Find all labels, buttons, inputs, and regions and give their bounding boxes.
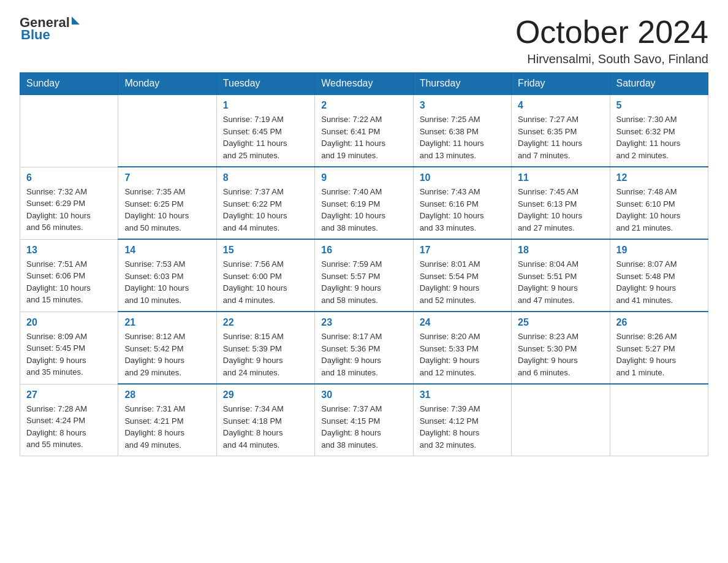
calendar-cell: 30Sunrise: 7:37 AM Sunset: 4:15 PM Dayli…	[315, 384, 413, 456]
location-subtitle: Hirvensalmi, South Savo, Finland	[515, 52, 708, 66]
day-number: 22	[223, 317, 308, 328]
logo: General Blue	[20, 15, 80, 43]
calendar-week-row: 20Sunrise: 8:09 AM Sunset: 5:45 PM Dayli…	[20, 312, 708, 384]
day-number: 6	[26, 172, 112, 183]
calendar-cell: 4Sunrise: 7:27 AM Sunset: 6:35 PM Daylig…	[512, 94, 610, 167]
day-number: 3	[420, 100, 505, 111]
calendar-week-row: 6Sunrise: 7:32 AM Sunset: 6:29 PM Daylig…	[20, 167, 708, 239]
day-number: 9	[321, 172, 406, 183]
calendar-header-row: SundayMondayTuesdayWednesdayThursdayFrid…	[20, 73, 708, 95]
calendar-header-saturday: Saturday	[610, 73, 708, 95]
day-number: 19	[616, 245, 702, 256]
calendar-cell: 21Sunrise: 8:12 AM Sunset: 5:42 PM Dayli…	[118, 312, 216, 384]
day-number: 15	[223, 245, 308, 256]
day-number: 10	[420, 172, 505, 183]
day-info: Sunrise: 8:17 AM Sunset: 5:36 PM Dayligh…	[321, 331, 406, 378]
calendar-cell: 7Sunrise: 7:35 AM Sunset: 6:25 PM Daylig…	[118, 167, 216, 239]
day-info: Sunrise: 7:40 AM Sunset: 6:19 PM Dayligh…	[321, 186, 406, 234]
calendar-cell: 1Sunrise: 7:19 AM Sunset: 6:45 PM Daylig…	[216, 94, 314, 167]
calendar-cell	[512, 384, 610, 456]
calendar-cell: 26Sunrise: 8:26 AM Sunset: 5:27 PM Dayli…	[610, 312, 708, 384]
logo-triangle-icon	[72, 17, 80, 25]
day-number: 18	[518, 245, 603, 256]
day-number: 16	[321, 245, 406, 256]
calendar-cell: 12Sunrise: 7:48 AM Sunset: 6:10 PM Dayli…	[610, 167, 708, 239]
day-number: 1	[223, 100, 308, 111]
day-info: Sunrise: 7:27 AM Sunset: 6:35 PM Dayligh…	[518, 113, 603, 161]
calendar-cell: 9Sunrise: 7:40 AM Sunset: 6:19 PM Daylig…	[315, 167, 413, 239]
day-number: 30	[321, 389, 406, 400]
day-info: Sunrise: 7:45 AM Sunset: 6:13 PM Dayligh…	[518, 186, 603, 234]
calendar-cell: 11Sunrise: 7:45 AM Sunset: 6:13 PM Dayli…	[512, 167, 610, 239]
day-number: 29	[223, 389, 308, 400]
calendar-cell: 13Sunrise: 7:51 AM Sunset: 6:06 PM Dayli…	[20, 239, 118, 312]
calendar-header-tuesday: Tuesday	[216, 73, 314, 95]
day-number: 13	[26, 245, 112, 256]
calendar-cell: 15Sunrise: 7:56 AM Sunset: 6:00 PM Dayli…	[216, 239, 314, 312]
calendar-header-monday: Monday	[118, 73, 216, 95]
day-info: Sunrise: 8:15 AM Sunset: 5:39 PM Dayligh…	[223, 331, 308, 378]
day-info: Sunrise: 7:25 AM Sunset: 6:38 PM Dayligh…	[420, 113, 505, 161]
calendar-cell: 3Sunrise: 7:25 AM Sunset: 6:38 PM Daylig…	[413, 94, 511, 167]
calendar-cell: 16Sunrise: 7:59 AM Sunset: 5:57 PM Dayli…	[315, 239, 413, 312]
logo-blue-text: Blue	[21, 27, 50, 43]
calendar-header-wednesday: Wednesday	[315, 73, 413, 95]
calendar-cell: 6Sunrise: 7:32 AM Sunset: 6:29 PM Daylig…	[20, 167, 118, 239]
day-info: Sunrise: 7:48 AM Sunset: 6:10 PM Dayligh…	[616, 186, 702, 234]
day-info: Sunrise: 7:35 AM Sunset: 6:25 PM Dayligh…	[124, 186, 210, 234]
day-number: 5	[616, 100, 702, 111]
calendar-cell: 19Sunrise: 8:07 AM Sunset: 5:48 PM Dayli…	[610, 239, 708, 312]
title-block: October 2024 Hirvensalmi, South Savo, Fi…	[515, 15, 708, 66]
day-number: 11	[518, 172, 603, 183]
calendar-cell: 18Sunrise: 8:04 AM Sunset: 5:51 PM Dayli…	[512, 239, 610, 312]
calendar-cell: 31Sunrise: 7:39 AM Sunset: 4:12 PM Dayli…	[413, 384, 511, 456]
calendar-header-friday: Friday	[512, 73, 610, 95]
day-info: Sunrise: 8:07 AM Sunset: 5:48 PM Dayligh…	[616, 258, 702, 306]
calendar-cell: 24Sunrise: 8:20 AM Sunset: 5:33 PM Dayli…	[413, 312, 511, 384]
calendar-week-row: 27Sunrise: 7:28 AM Sunset: 4:24 PM Dayli…	[20, 384, 708, 456]
day-number: 25	[518, 317, 603, 328]
calendar-table: SundayMondayTuesdayWednesdayThursdayFrid…	[20, 72, 708, 456]
calendar-header-thursday: Thursday	[413, 73, 511, 95]
calendar-cell: 2Sunrise: 7:22 AM Sunset: 6:41 PM Daylig…	[315, 94, 413, 167]
calendar-cell: 20Sunrise: 8:09 AM Sunset: 5:45 PM Dayli…	[20, 312, 118, 384]
day-info: Sunrise: 7:31 AM Sunset: 4:21 PM Dayligh…	[124, 403, 210, 451]
calendar-cell	[610, 384, 708, 456]
calendar-cell: 23Sunrise: 8:17 AM Sunset: 5:36 PM Dayli…	[315, 312, 413, 384]
day-info: Sunrise: 8:09 AM Sunset: 5:45 PM Dayligh…	[26, 331, 112, 378]
day-info: Sunrise: 7:30 AM Sunset: 6:32 PM Dayligh…	[616, 113, 702, 161]
day-number: 7	[124, 172, 210, 183]
calendar-week-row: 1Sunrise: 7:19 AM Sunset: 6:45 PM Daylig…	[20, 94, 708, 167]
calendar-cell: 22Sunrise: 8:15 AM Sunset: 5:39 PM Dayli…	[216, 312, 314, 384]
day-number: 24	[420, 317, 505, 328]
day-info: Sunrise: 7:53 AM Sunset: 6:03 PM Dayligh…	[124, 258, 210, 306]
calendar-cell	[20, 94, 118, 167]
day-number: 2	[321, 100, 406, 111]
day-number: 17	[420, 245, 505, 256]
day-number: 23	[321, 317, 406, 328]
day-info: Sunrise: 7:28 AM Sunset: 4:24 PM Dayligh…	[26, 403, 112, 451]
calendar-cell: 28Sunrise: 7:31 AM Sunset: 4:21 PM Dayli…	[118, 384, 216, 456]
day-info: Sunrise: 7:39 AM Sunset: 4:12 PM Dayligh…	[420, 403, 505, 451]
calendar-cell: 10Sunrise: 7:43 AM Sunset: 6:16 PM Dayli…	[413, 167, 511, 239]
day-number: 28	[124, 389, 210, 400]
month-title: October 2024	[515, 15, 708, 50]
day-info: Sunrise: 8:26 AM Sunset: 5:27 PM Dayligh…	[616, 331, 702, 378]
day-info: Sunrise: 7:22 AM Sunset: 6:41 PM Dayligh…	[321, 113, 406, 161]
day-number: 20	[26, 317, 112, 328]
day-info: Sunrise: 7:37 AM Sunset: 6:22 PM Dayligh…	[223, 186, 308, 234]
day-number: 12	[616, 172, 702, 183]
day-info: Sunrise: 7:32 AM Sunset: 6:29 PM Dayligh…	[26, 186, 112, 234]
day-number: 14	[124, 245, 210, 256]
calendar-cell: 29Sunrise: 7:34 AM Sunset: 4:18 PM Dayli…	[216, 384, 314, 456]
calendar-cell: 14Sunrise: 7:53 AM Sunset: 6:03 PM Dayli…	[118, 239, 216, 312]
calendar-cell: 25Sunrise: 8:23 AM Sunset: 5:30 PM Dayli…	[512, 312, 610, 384]
calendar-cell: 17Sunrise: 8:01 AM Sunset: 5:54 PM Dayli…	[413, 239, 511, 312]
calendar-header-sunday: Sunday	[20, 73, 118, 95]
calendar-cell: 8Sunrise: 7:37 AM Sunset: 6:22 PM Daylig…	[216, 167, 314, 239]
calendar-week-row: 13Sunrise: 7:51 AM Sunset: 6:06 PM Dayli…	[20, 239, 708, 312]
day-number: 4	[518, 100, 603, 111]
day-info: Sunrise: 7:56 AM Sunset: 6:00 PM Dayligh…	[223, 258, 308, 306]
day-info: Sunrise: 7:51 AM Sunset: 6:06 PM Dayligh…	[26, 258, 112, 306]
day-info: Sunrise: 8:20 AM Sunset: 5:33 PM Dayligh…	[420, 331, 505, 378]
